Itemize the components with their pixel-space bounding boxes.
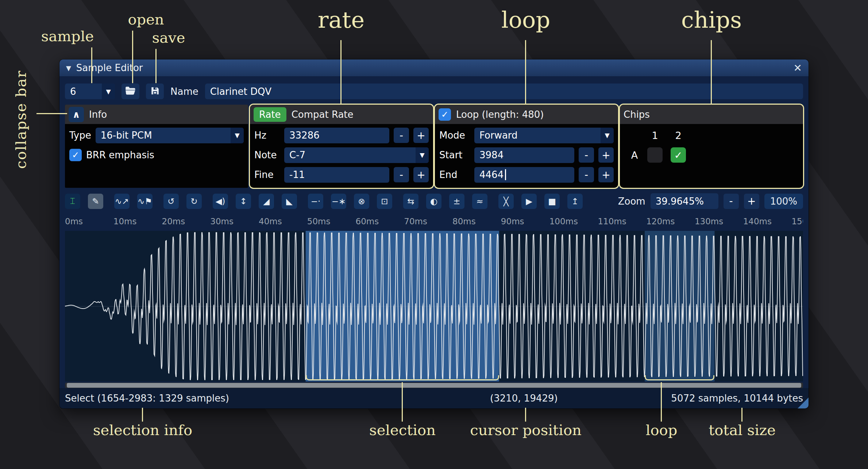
ruler-label: 0ms	[65, 217, 83, 226]
delete-button[interactable]: ⊗	[354, 194, 369, 209]
make-instrument-button[interactable]: ↥	[567, 194, 583, 209]
fine-increment-button[interactable]: +	[413, 167, 429, 182]
hz-decrement-button[interactable]: -	[394, 128, 409, 143]
status-bar: Select (1654-2983: 1329 samples) (3210, …	[59, 388, 809, 408]
type-select[interactable]: 16-bit PCM ▼	[96, 128, 244, 143]
sign-button[interactable]: ±	[449, 194, 464, 209]
annotation-loop: loop	[501, 7, 550, 33]
panels-row: ∧ Info Type 16-bit PCM ▼ ✓	[59, 99, 809, 188]
invert-icon: ◐	[430, 197, 437, 206]
loop-enable-checkbox[interactable]: ✓	[439, 108, 451, 121]
fine-label: Fine	[254, 169, 280, 180]
fade-out-button[interactable]: ◣	[282, 194, 297, 209]
hz-input[interactable]: 33286	[284, 128, 389, 143]
invert-button[interactable]: ◐	[426, 194, 441, 209]
sample-number-value: 6	[70, 86, 76, 97]
fade-in-icon: ◢	[263, 197, 270, 206]
preview-button[interactable]: ▶	[521, 194, 537, 209]
annotation-line-loop-bottom	[661, 382, 662, 422]
waveform-area[interactable]	[65, 231, 803, 381]
open-button[interactable]	[121, 84, 139, 99]
stop-preview-icon: ■	[548, 197, 556, 206]
fine-decrement-button[interactable]: -	[394, 167, 409, 182]
annotation-selection-info: selection info	[93, 422, 192, 438]
collapse-window-icon[interactable]: ▼	[66, 64, 71, 72]
floppy-disk-icon	[150, 86, 160, 97]
name-label: Name	[170, 86, 198, 97]
loop-start-input[interactable]: 3984	[474, 147, 574, 163]
hz-value: 33286	[289, 130, 320, 141]
loop-mode-select[interactable]: Forward ▼	[474, 128, 614, 143]
rate-panel-header: Rate Compat Rate	[250, 105, 433, 124]
hz-increment-button[interactable]: +	[413, 128, 429, 143]
annotation-chips: chips	[681, 7, 742, 33]
ruler-label: 140ms	[743, 217, 772, 226]
selection-bracket-annotation	[306, 375, 499, 380]
redo-button[interactable]: ↻	[186, 194, 202, 209]
chip-2-checkbox[interactable]: ✓	[671, 147, 686, 163]
loop-end-decrement-button[interactable]: -	[579, 167, 594, 182]
edit-draw-button[interactable]: ✎	[88, 194, 103, 209]
rate-badge-button[interactable]: Rate	[254, 107, 286, 122]
info-panel-title: Info	[89, 109, 107, 120]
resample-button[interactable]: ∿⚑	[137, 194, 153, 209]
loop-start-decrement-button[interactable]: -	[579, 147, 594, 163]
zoom-value: 39.9645%	[656, 196, 704, 207]
annotation-cursor-position: cursor position	[470, 422, 581, 438]
loop-end-value: 4464	[479, 169, 504, 180]
make-instrument-icon: ↥	[571, 197, 578, 206]
timeline-ruler[interactable]: 0ms10ms20ms30ms40ms50ms60ms70ms80ms90ms1…	[65, 214, 803, 229]
redo-icon: ↻	[190, 197, 197, 206]
collapse-info-button[interactable]: ∧	[69, 107, 84, 122]
fine-input[interactable]: -11	[284, 167, 389, 183]
brr-emphasis-label: BRR emphasis	[86, 150, 154, 160]
filter-button[interactable]: ≈	[472, 194, 487, 209]
undo-button[interactable]: ↺	[163, 194, 179, 209]
amplify-button[interactable]: ◀)	[213, 194, 228, 209]
titlebar[interactable]: ▼ Sample Editor ✕	[59, 59, 809, 76]
sample-editor-window: ▼ Sample Editor ✕ 6 ▼ Name Clarinet DQV	[59, 59, 809, 408]
stop-preview-button[interactable]: ■	[544, 194, 560, 209]
brr-emphasis-checkbox[interactable]: ✓	[69, 149, 82, 161]
close-icon[interactable]: ✕	[794, 62, 802, 74]
annotation-line-rate	[340, 40, 342, 104]
loop-mode-label: Mode	[439, 130, 470, 141]
zoom-input[interactable]: 39.9645%	[651, 193, 718, 209]
chip-1-checkbox[interactable]	[647, 147, 663, 163]
resize-button[interactable]: ∿↗	[114, 194, 130, 209]
loop-end-increment-button[interactable]: +	[598, 167, 614, 182]
name-input[interactable]: Clarinet DQV	[205, 84, 803, 99]
waveform-scrollbar[interactable]	[65, 383, 803, 388]
loop-end-label: End	[439, 169, 470, 180]
ruler-label: 20ms	[162, 217, 185, 226]
toolbar-group: ↺↻	[163, 194, 202, 209]
reverse-button[interactable]: ⇆	[403, 194, 418, 209]
insert-silence-icon: −·	[311, 197, 321, 206]
check-icon: ✓	[441, 109, 448, 120]
edit-select-button[interactable]: ⌶	[65, 194, 80, 209]
scrollbar-thumb[interactable]	[67, 383, 801, 388]
insert-silence-button[interactable]: −·	[308, 194, 323, 209]
toolbar-group: ◀)↕◢◣	[213, 194, 297, 209]
trim-icon: ⊡	[381, 197, 388, 206]
loop-start-increment-button[interactable]: +	[598, 147, 614, 163]
fade-in-button[interactable]: ◢	[259, 194, 274, 209]
crossfade-icon: ╳	[504, 197, 509, 206]
annotation-rate: rate	[318, 7, 364, 33]
normalize-button[interactable]: ↕	[236, 194, 251, 209]
chevron-up-icon: ∧	[72, 109, 80, 120]
apply-silence-button[interactable]: −∗	[331, 194, 346, 209]
ruler-label: 110ms	[598, 217, 626, 226]
zoom-in-button[interactable]: +	[744, 194, 759, 209]
zoom-reset-button[interactable]: 100%	[764, 194, 803, 209]
trim-button[interactable]: ⊡	[377, 194, 392, 209]
sample-number-select[interactable]: 6 ▼	[65, 84, 115, 99]
ruler-label: 70ms	[404, 217, 427, 226]
loop-end-input[interactable]: 4464	[474, 167, 574, 183]
save-button[interactable]	[146, 84, 164, 99]
resize-grip[interactable]	[798, 398, 809, 408]
note-select[interactable]: C-7 ▼	[284, 147, 429, 163]
crossfade-button[interactable]: ╳	[498, 194, 514, 209]
zoom-out-button[interactable]: -	[724, 194, 739, 209]
filter-icon: ≈	[476, 197, 483, 206]
